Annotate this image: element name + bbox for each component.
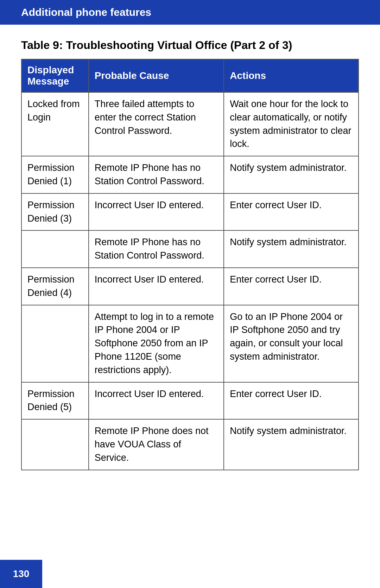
cell-message xyxy=(21,230,89,268)
col-actions: Actions xyxy=(224,59,359,92)
col-displayed-message: Displayed Message xyxy=(21,59,89,92)
table-row: Permission Denied (1) Remote IP Phone ha… xyxy=(21,156,359,193)
cell-message: Permission Denied (5) xyxy=(21,382,89,420)
col-probable-cause: Probable Cause xyxy=(89,59,224,92)
table-row: Locked from Login Three failed attempts … xyxy=(21,92,359,156)
cell-message: Locked from Login xyxy=(21,92,89,156)
footer-bar: 130 xyxy=(0,560,42,588)
cell-cause: Remote IP Phone does not have VOUA Class… xyxy=(89,419,224,470)
cell-action: Enter correct User ID. xyxy=(224,193,359,231)
cell-message: Permission Denied (4) xyxy=(21,268,89,305)
cell-action: Notify system administrator. xyxy=(224,230,359,268)
header-title: Additional phone features xyxy=(21,6,151,18)
cell-message: Permission Denied (1) xyxy=(21,156,89,193)
header-bar: Additional phone features xyxy=(0,0,380,25)
page-number: 130 xyxy=(13,568,30,580)
cell-action: Notify system administrator. xyxy=(224,419,359,470)
table-row: Attempt to log in to a remote IP Phone 2… xyxy=(21,305,359,382)
cell-cause: Incorrect User ID entered. xyxy=(89,268,224,305)
cell-action: Go to an IP Phone 2004 or IP Softphone 2… xyxy=(224,305,359,382)
troubleshooting-table: Displayed Message Probable Cause Actions… xyxy=(21,59,359,470)
cell-action: Enter correct User ID. xyxy=(224,382,359,420)
table-row: Remote IP Phone has no Station Control P… xyxy=(21,230,359,268)
cell-action: Wait one hour for the lock to clear auto… xyxy=(224,92,359,156)
table-row: Remote IP Phone does not have VOUA Class… xyxy=(21,419,359,470)
table-row: Permission Denied (5) Incorrect User ID … xyxy=(21,382,359,420)
cell-message: Permission Denied (3) xyxy=(21,193,89,231)
table-title: Table 9: Troubleshooting Virtual Office … xyxy=(21,39,359,52)
cell-message xyxy=(21,305,89,382)
table-row: Permission Denied (3) Incorrect User ID … xyxy=(21,193,359,231)
cell-cause: Attempt to log in to a remote IP Phone 2… xyxy=(89,305,224,382)
cell-cause: Remote IP Phone has no Station Control P… xyxy=(89,156,224,193)
table-header-row: Displayed Message Probable Cause Actions xyxy=(21,59,359,92)
page-content: Table 9: Troubleshooting Virtual Office … xyxy=(0,25,380,491)
cell-action: Enter correct User ID. xyxy=(224,268,359,305)
cell-cause: Incorrect User ID entered. xyxy=(89,193,224,231)
cell-action: Notify system administrator. xyxy=(224,156,359,193)
table-row: Permission Denied (4) Incorrect User ID … xyxy=(21,268,359,305)
cell-cause: Remote IP Phone has no Station Control P… xyxy=(89,230,224,268)
cell-cause: Incorrect User ID entered. xyxy=(89,382,224,420)
cell-message xyxy=(21,419,89,470)
cell-cause: Three failed attempts to enter the corre… xyxy=(89,92,224,156)
